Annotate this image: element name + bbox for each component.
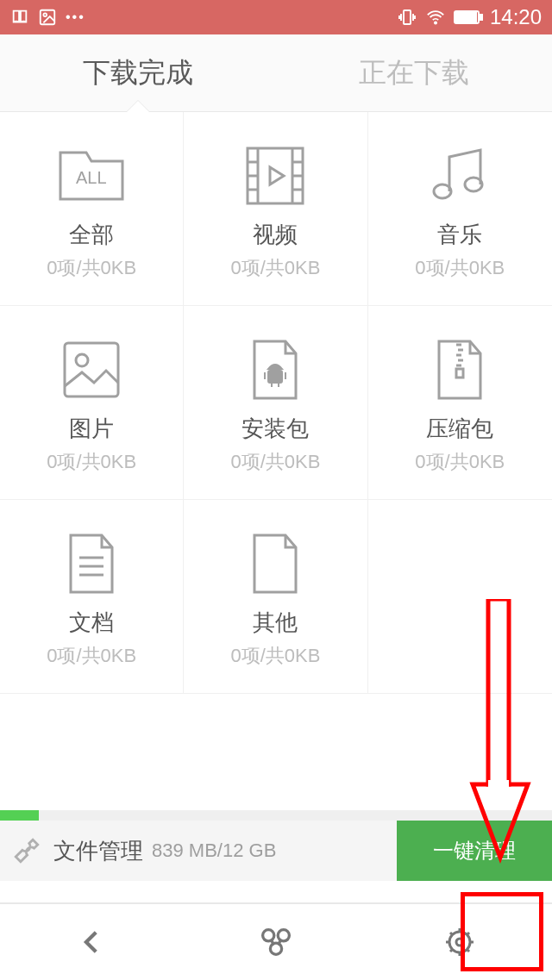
svg-line-45	[467, 949, 469, 952]
svg-rect-19	[65, 343, 118, 396]
category-apk[interactable]: 安装包 0项/共0KB	[184, 306, 367, 500]
storage-row: 文件管理 839 MB/12 GB 一键清理	[0, 821, 552, 881]
svg-rect-50	[488, 780, 509, 789]
bottom-nav	[0, 902, 552, 980]
music-icon	[427, 137, 492, 215]
svg-point-20	[76, 354, 88, 366]
category-empty	[368, 500, 552, 694]
svg-text:ALL: ALL	[76, 168, 107, 187]
category-sub: 0项/共0KB	[47, 449, 136, 475]
storage-progress	[0, 810, 552, 821]
wifi-icon	[424, 8, 447, 27]
status-bar: ••• 14:20	[0, 0, 552, 34]
svg-rect-0	[41, 10, 55, 25]
svg-point-35	[263, 930, 274, 941]
category-music[interactable]: 音乐 0项/共0KB	[368, 112, 552, 306]
share-button[interactable]	[184, 904, 367, 980]
tab-downloading[interactable]: 正在下载	[276, 54, 552, 92]
back-button[interactable]	[0, 904, 184, 980]
svg-rect-6	[456, 13, 476, 22]
category-title: 全部	[69, 220, 114, 250]
svg-rect-31	[456, 369, 463, 378]
wrench-icon	[12, 836, 41, 865]
category-grid: ALL 全部 0项/共0KB 视频 0项/共0KB 音乐 0项/共0KB 图片 …	[0, 112, 552, 694]
active-tab-indicator	[127, 101, 149, 112]
svg-rect-2	[404, 10, 411, 24]
svg-rect-21	[268, 371, 282, 383]
more-icon: •••	[66, 9, 85, 25]
svg-line-46	[450, 949, 453, 952]
status-time: 14:20	[490, 5, 542, 29]
category-sub: 0项/共0KB	[47, 643, 136, 669]
category-title: 音乐	[437, 220, 482, 250]
svg-line-47	[467, 933, 469, 935]
storage-progress-fill	[0, 810, 39, 821]
zip-icon	[434, 331, 486, 409]
storage-area: 文件管理 839 MB/12 GB 一键清理	[0, 810, 552, 881]
gallery-icon	[38, 8, 57, 27]
category-title: 安装包	[242, 414, 309, 444]
tab-completed[interactable]: 下载完成	[0, 54, 276, 92]
category-other[interactable]: 其他 0项/共0KB	[184, 500, 367, 694]
category-sub: 0项/共0KB	[231, 449, 321, 475]
svg-point-3	[435, 22, 436, 23]
category-title: 视频	[253, 220, 298, 250]
category-sub: 0项/共0KB	[47, 255, 136, 281]
tab-bar: 下载完成 正在下载	[0, 34, 552, 112]
svg-point-39	[456, 939, 463, 946]
storage-label[interactable]: 文件管理	[53, 836, 143, 866]
category-image[interactable]: 图片 0项/共0KB	[0, 306, 184, 500]
category-title: 图片	[69, 414, 114, 444]
category-title: 压缩包	[426, 414, 493, 444]
apk-icon	[249, 331, 301, 409]
battery-icon	[454, 9, 483, 25]
category-sub: 0项/共0KB	[415, 449, 505, 475]
category-all[interactable]: ALL 全部 0项/共0KB	[0, 112, 184, 306]
file-icon	[249, 525, 301, 602]
category-title: 文档	[69, 608, 114, 638]
category-zip[interactable]: 压缩包 0项/共0KB	[368, 306, 552, 500]
vibrate-icon	[397, 7, 417, 28]
category-sub: 0项/共0KB	[415, 255, 505, 281]
category-video[interactable]: 视频 0项/共0KB	[184, 112, 367, 306]
storage-size: 839 MB/12 GB	[152, 840, 276, 862]
video-icon	[242, 137, 308, 215]
category-sub: 0项/共0KB	[231, 255, 321, 281]
svg-point-1	[43, 13, 47, 16]
svg-point-36	[278, 930, 289, 941]
category-sub: 0项/共0KB	[231, 643, 321, 669]
folder-all-icon: ALL	[55, 137, 128, 215]
doc-icon	[66, 525, 117, 602]
svg-line-44	[450, 933, 453, 935]
book-icon	[10, 8, 29, 27]
settings-button[interactable]	[368, 904, 552, 980]
svg-rect-5	[480, 15, 482, 20]
svg-point-37	[270, 943, 281, 954]
image-icon	[60, 331, 123, 409]
category-doc[interactable]: 文档 0项/共0KB	[0, 500, 184, 694]
category-title: 其他	[253, 608, 298, 638]
clean-button[interactable]: 一键清理	[397, 821, 552, 881]
